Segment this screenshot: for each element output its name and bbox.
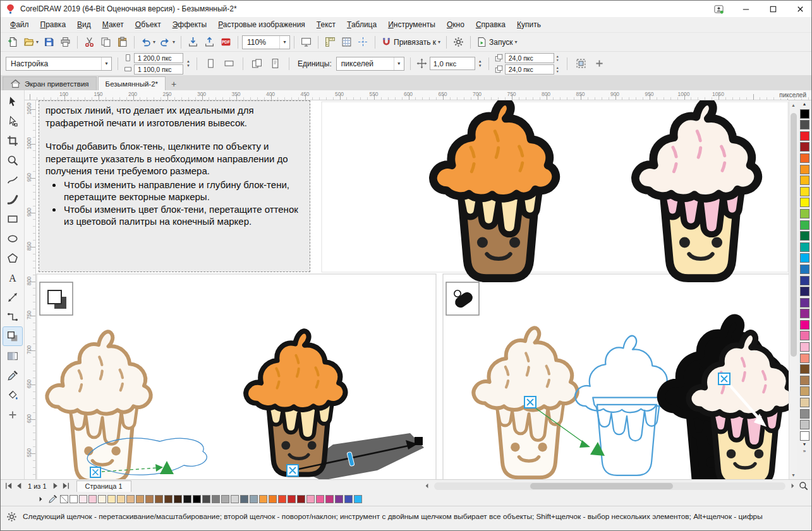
shadow-mid-marker[interactable]	[347, 451, 354, 466]
nudge-spinner[interactable]: ▲▼	[478, 59, 483, 68]
connector-tool[interactable]	[3, 307, 22, 326]
horizontal-scrollbar[interactable]	[434, 482, 785, 490]
page-height-field[interactable]: 1 100,0 пкс	[134, 64, 183, 75]
palette-color-swatch[interactable]	[800, 231, 809, 241]
menu-item-6[interactable]: Эффекты	[167, 18, 213, 32]
dimension-tool[interactable]	[3, 288, 22, 306]
treat-as-filled-button[interactable]	[573, 56, 589, 71]
copy-button[interactable]	[98, 35, 114, 50]
document-palette-swatch[interactable]	[335, 495, 343, 503]
palette-scroll-up-icon[interactable]: ▴	[803, 100, 806, 107]
nudge-field[interactable]: 1,0 пкс	[430, 57, 475, 70]
document-canvas[interactable]: простых линий, что делает их идеальными …	[36, 100, 789, 479]
palette-scroll-down-icon[interactable]: ▾	[803, 441, 806, 448]
document-palette-swatch[interactable]	[183, 495, 191, 503]
document-palette-swatch[interactable]	[269, 495, 277, 503]
palette-color-swatch[interactable]	[800, 398, 809, 407]
scroll-down-icon[interactable]: ▾	[792, 470, 794, 479]
document-palette-swatch[interactable]	[306, 495, 315, 503]
page-size-spinner[interactable]: ▲▼	[186, 59, 191, 68]
palette-color-swatch[interactable]	[800, 120, 809, 129]
save-button[interactable]	[41, 35, 57, 50]
account-button[interactable]	[707, 1, 730, 17]
menu-item-4[interactable]: Макет	[97, 18, 130, 32]
document-palette-swatch[interactable]	[193, 495, 201, 503]
palette-color-swatch[interactable]	[800, 376, 809, 385]
document-palette-swatch[interactable]	[164, 495, 173, 503]
interactive-fill-tool[interactable]	[3, 386, 22, 404]
launch-button[interactable]: Запуск▾	[475, 35, 519, 50]
palette-color-swatch[interactable]	[800, 265, 809, 274]
rectangle-tool[interactable]	[3, 210, 22, 228]
drop-shadow-tool[interactable]	[3, 327, 22, 345]
document-palette-swatch[interactable]	[136, 495, 144, 503]
pdf-button[interactable]: PDF	[218, 35, 234, 50]
paste-button[interactable]	[114, 35, 130, 50]
cupcake-pink-small[interactable]	[689, 333, 789, 479]
palette-color-swatch[interactable]	[800, 331, 809, 340]
maximize-button[interactable]	[761, 1, 784, 17]
new-document-button[interactable]	[5, 35, 21, 50]
palette-color-swatch[interactable]	[800, 276, 809, 285]
horizontal-scroll-thumb[interactable]	[530, 483, 673, 489]
document-palette-swatch[interactable]	[107, 495, 116, 503]
vertical-scroll-thumb[interactable]	[791, 113, 797, 357]
options-button[interactable]	[451, 35, 466, 50]
text-tool[interactable]: A	[3, 268, 22, 287]
palette-color-swatch[interactable]	[800, 354, 809, 363]
undo-button[interactable]: ▾	[138, 35, 157, 50]
pink-cupcake-handle[interactable]	[718, 373, 730, 385]
palette-color-swatch[interactable]	[800, 287, 809, 296]
document-palette-swatch[interactable]	[145, 495, 154, 503]
menu-item-5[interactable]: Объект	[130, 18, 167, 32]
horizontal-ruler[interactable]: пикселей 1001502002503003504004505005506…	[25, 90, 811, 100]
scroll-right-icon[interactable]	[788, 481, 797, 491]
units-combo[interactable]: пикселей▾	[336, 57, 404, 71]
palette-color-swatch[interactable]	[800, 253, 809, 263]
document-palette-swatch[interactable]	[155, 495, 163, 503]
snap-button[interactable]: Привязать к▾	[379, 35, 442, 50]
zoom-level-combo[interactable]: 110%▾	[242, 35, 290, 49]
new-tab-button[interactable]: +	[167, 78, 181, 90]
cupcake-orange-large[interactable]	[433, 101, 555, 278]
cupcake-outline-left[interactable]	[47, 331, 150, 479]
menu-item-10[interactable]: Инструменты	[382, 18, 441, 32]
document-palette-swatch[interactable]	[70, 495, 78, 503]
freehand-tool[interactable]	[3, 170, 22, 189]
cut-button[interactable]	[82, 35, 97, 50]
palette-color-swatch[interactable]	[800, 409, 809, 419]
add-tools-button[interactable]	[3, 405, 22, 424]
document-palette-swatch[interactable]	[202, 495, 210, 503]
tutorial-text-frame[interactable]: простых линий, что делает их идеальными …	[39, 100, 310, 272]
palette-color-swatch[interactable]	[800, 242, 809, 252]
palette-color-swatch[interactable]	[800, 165, 809, 174]
document-palette-swatch[interactable]	[231, 495, 239, 503]
outline-start-handle[interactable]	[90, 467, 100, 477]
menu-item-3[interactable]: Вид	[71, 18, 97, 32]
document-palette-swatch[interactable]	[212, 495, 220, 503]
palette-color-swatch[interactable]	[800, 198, 809, 207]
guidelines-button[interactable]	[355, 35, 371, 50]
document-palette-swatch[interactable]	[221, 495, 229, 503]
cupcake-orange-small[interactable]	[246, 331, 345, 474]
document-palette-swatch[interactable]	[240, 495, 248, 503]
document-palette-swatch[interactable]	[88, 495, 97, 503]
scroll-left-icon[interactable]	[422, 481, 432, 491]
palette-color-swatch[interactable]	[800, 142, 809, 152]
document-palette-swatch[interactable]	[259, 495, 267, 503]
grid-button[interactable]	[339, 35, 354, 50]
palette-color-swatch[interactable]	[800, 364, 809, 374]
document-palette-swatch[interactable]	[288, 495, 296, 503]
export-button[interactable]	[202, 35, 217, 50]
flyout-arrow-icon[interactable]	[36, 494, 45, 504]
page-width-field[interactable]: 1 200,0 пкс	[134, 53, 183, 63]
print-button[interactable]	[58, 35, 73, 50]
document-palette-swatch[interactable]	[278, 495, 286, 503]
shadow-start-handle[interactable]	[287, 465, 298, 476]
landscape-button[interactable]	[221, 56, 237, 71]
rulers-button[interactable]	[322, 35, 338, 50]
menu-item-7[interactable]: Растровые изображения	[212, 18, 311, 32]
cupcake-black-shadow[interactable]	[661, 318, 786, 479]
portrait-button[interactable]	[203, 56, 219, 71]
duplicate-x-spinner[interactable]: ▲▼	[556, 54, 561, 62]
